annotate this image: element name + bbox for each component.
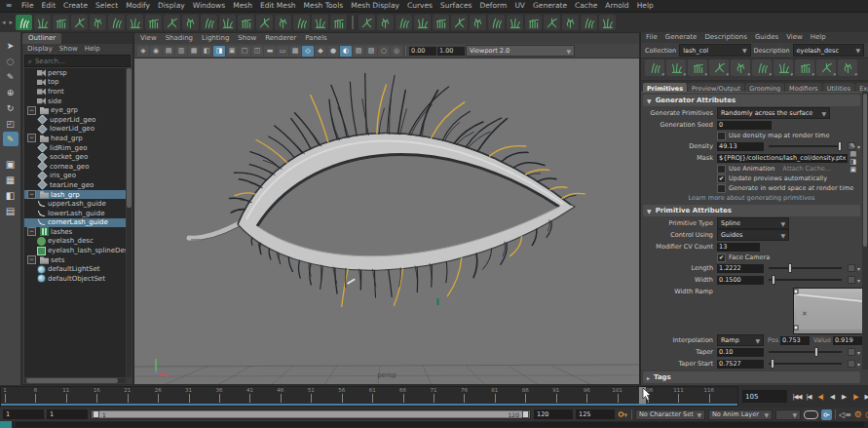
menu-file[interactable]: File: [18, 0, 38, 12]
outliner-item-lidRim_geo[interactable]: lidRim_geo: [24, 143, 126, 153]
xgen-length-icon[interactable]: [145, 15, 162, 30]
menu-windows[interactable]: Windows: [189, 0, 229, 12]
cut-tool-icon[interactable]: [752, 59, 772, 76]
menu-shading[interactable]: Shading: [166, 33, 193, 44]
collection-dropdown[interactable]: lash_col▼: [679, 44, 750, 57]
step-forward-button[interactable]: ▶|: [861, 390, 868, 403]
menu-generate[interactable]: Generate: [665, 32, 698, 43]
menu-renderer[interactable]: Renderer: [265, 33, 296, 44]
igs-part-icon[interactable]: [507, 15, 523, 30]
density-field[interactable]: 49.13: [717, 142, 764, 151]
menu-edit-mesh[interactable]: Edit Mesh: [256, 0, 300, 12]
taper-slider[interactable]: [769, 351, 842, 353]
frame-all-icon[interactable]: ◇: [302, 46, 314, 57]
viewport-field-1[interactable]: 0.00: [409, 47, 436, 56]
igs-grab-icon[interactable]: [581, 15, 597, 30]
cv-count-field[interactable]: 13: [717, 243, 760, 252]
shelf-prev-icon[interactable]: ◂: [0, 19, 8, 26]
range-start-handle[interactable]: [93, 410, 99, 418]
outliner-item-side[interactable]: side: [24, 97, 126, 106]
film-gate-icon[interactable]: □: [239, 46, 250, 57]
browse-map-icon[interactable]: ◨: [849, 158, 856, 166]
safe-title-icon[interactable]: ▩: [289, 46, 301, 57]
xgen-comb-icon[interactable]: [71, 15, 88, 30]
menu-help[interactable]: Help: [633, 0, 658, 12]
play-backwards-button[interactable]: ◀: [826, 390, 838, 403]
xgen-groom-icon[interactable]: [53, 15, 69, 30]
outliner-hscrollbar[interactable]: [24, 378, 126, 383]
face-camera-checkbox[interactable]: ✔: [717, 253, 726, 262]
preview-toggle-icon[interactable]: [666, 59, 686, 76]
outliner-item-eye_grp[interactable]: −eye_grp: [24, 105, 126, 115]
current-frame-field[interactable]: 105: [742, 390, 787, 403]
part-tool-icon[interactable]: [816, 59, 836, 76]
oversampling-icon[interactable]: ◨: [213, 46, 225, 57]
igs-freeze-icon[interactable]: [544, 15, 560, 30]
description-dropdown[interactable]: eyelash_desc▼: [793, 44, 864, 57]
playback-speed-icon[interactable]: [804, 410, 818, 419]
mask-path-field[interactable]: ${PROJ}/collections/lash_col/density.ptx: [717, 154, 848, 163]
extra-dropdown[interactable]: ▼: [775, 409, 801, 420]
layout-four-view[interactable]: ▦: [3, 175, 18, 186]
paint-select-tool[interactable]: ✎: [3, 69, 19, 84]
menu-mesh-display[interactable]: Mesh Display: [347, 0, 403, 12]
igs-create-icon[interactable]: [359, 15, 375, 30]
igs-direction-icon[interactable]: [525, 15, 542, 30]
igs-width-icon[interactable]: [470, 15, 486, 30]
xgen-clump-icon[interactable]: [201, 15, 217, 30]
taper-field[interactable]: 0.10: [717, 348, 764, 357]
igs-mirror-icon[interactable]: [562, 15, 579, 30]
image-plane-icon[interactable]: ▦: [188, 46, 200, 57]
save-map-icon[interactable]: ▤: [849, 150, 856, 158]
menu-lighting[interactable]: Lighting: [202, 33, 229, 44]
outliner-item-eyelash_desc[interactable]: eyelash_desc: [24, 237, 126, 247]
menu-generate[interactable]: Generate: [529, 0, 571, 12]
width-field[interactable]: 0.1500: [717, 276, 764, 285]
density-brush-icon[interactable]: [774, 59, 793, 76]
range-end-handle[interactable]: [522, 410, 529, 418]
menu-select[interactable]: Select: [92, 0, 122, 12]
range-slider[interactable]: 1 120: [91, 409, 531, 419]
width-ramp-widget[interactable]: ✕: [793, 288, 862, 334]
sound-mute-icon[interactable]: ◁≡: [839, 410, 851, 419]
bookmark-icon[interactable]: ▥: [175, 46, 187, 57]
gate-mask-icon[interactable]: ▣: [226, 46, 238, 57]
command-input[interactable]: [16, 422, 864, 427]
xgen-smooth-icon[interactable]: [238, 15, 254, 30]
animation-end-field[interactable]: 125: [576, 409, 615, 419]
menu-view[interactable]: View: [786, 32, 803, 43]
menu-view[interactable]: View: [140, 33, 157, 44]
renderer-dropdown[interactable]: Viewport 2.0▼: [466, 45, 575, 57]
xgen-vscrollbar[interactable]: [862, 92, 868, 370]
xgen-noise-icon[interactable]: [182, 15, 199, 30]
xgen-part-icon[interactable]: [256, 15, 273, 30]
menu-deform[interactable]: Deform: [475, 0, 510, 12]
primitive-type-dropdown[interactable]: Spline▼: [717, 217, 789, 229]
mel-badge[interactable]: [0, 421, 12, 428]
expander-icon[interactable]: −: [27, 190, 36, 199]
outliner-item-iris_geo[interactable]: iris_geo: [24, 172, 126, 181]
selected-value-field[interactable]: 0.919: [833, 336, 862, 345]
comb-tool-icon[interactable]: [709, 59, 729, 76]
xgen-convert-icon[interactable]: [330, 15, 347, 30]
outliner-item-front[interactable]: front: [24, 87, 126, 97]
menu-uv[interactable]: UV: [510, 0, 529, 12]
xgen-description-icon[interactable]: [34, 15, 51, 30]
default-material-icon[interactable]: ▨: [365, 46, 377, 57]
expander-icon[interactable]: −: [27, 134, 36, 142]
set-key-icon[interactable]: [618, 409, 628, 419]
viewport-field-2[interactable]: 1.00: [437, 47, 465, 56]
taper-start-field[interactable]: 0.7527: [717, 360, 764, 369]
use-animation-checkbox[interactable]: [717, 165, 726, 174]
xgen-width-icon[interactable]: [164, 15, 180, 30]
next-key-button[interactable]: |▶: [849, 390, 861, 403]
menu-guides[interactable]: Guides: [755, 32, 778, 43]
taper-start-slider[interactable]: [769, 363, 842, 365]
outliner-item-upperLid_geo[interactable]: upperLid_geo: [24, 115, 126, 125]
two-d-pan-zoom-icon[interactable]: ◧: [201, 46, 212, 57]
menu-mesh-tools[interactable]: Mesh Tools: [300, 0, 348, 12]
attach-cache-link[interactable]: Attach Cache...: [782, 165, 831, 173]
attr-menu-icon[interactable]: ▾: [857, 277, 860, 284]
animation-start-field[interactable]: 1: [3, 409, 44, 419]
lasso-tool[interactable]: ◌: [3, 54, 19, 68]
